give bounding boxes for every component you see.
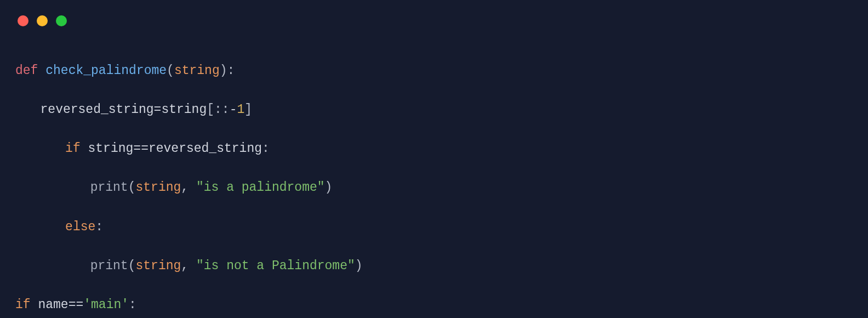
code-window: def check_palindrome(string): reversed_s…: [0, 0, 868, 318]
paren-open: (: [128, 180, 136, 195]
keyword-else: else: [65, 220, 95, 234]
comma: ,: [181, 259, 189, 273]
code-line: if string==reversed_string:: [15, 139, 853, 159]
paren-close: ): [220, 64, 227, 78]
operator-eq: ==: [68, 298, 84, 312]
keyword-def: def: [15, 64, 38, 78]
colon: :: [95, 220, 103, 234]
colon: :: [262, 141, 270, 156]
code-line: else:: [15, 218, 853, 237]
builtin-print: print: [90, 180, 128, 195]
colon: :: [129, 298, 136, 312]
argument: string: [135, 180, 181, 195]
colon: :: [227, 64, 235, 78]
paren-open: (: [167, 64, 174, 78]
window-controls: [0, 0, 868, 26]
operator-eq: ==: [133, 141, 149, 156]
operator-assign: =: [154, 103, 162, 117]
bracket-close: ]: [244, 103, 252, 117]
code-line: print(string, "is not a Palindrome"): [15, 257, 853, 276]
slice-colon: :: [214, 103, 222, 117]
paren-open: (: [128, 259, 136, 273]
bracket-open: [: [207, 103, 214, 117]
argument: string: [135, 259, 181, 273]
code-line: reversed_string=string[::-1]: [15, 100, 853, 120]
identifier: reversed_string: [149, 141, 262, 156]
code-line: def check_palindrome(string):: [15, 61, 853, 81]
comma: ,: [181, 180, 189, 195]
builtin-print: print: [90, 259, 128, 273]
close-icon[interactable]: [18, 15, 28, 26]
identifier: string: [161, 103, 207, 117]
code-line: if name=='main':: [15, 296, 853, 315]
operator-minus: -: [230, 103, 237, 117]
string-literal: 'main': [83, 298, 129, 312]
keyword-if: if: [15, 298, 31, 312]
identifier: name: [38, 298, 68, 312]
paren-close: ): [355, 259, 363, 273]
identifier: reversed_string: [41, 103, 154, 117]
minimize-icon[interactable]: [37, 15, 48, 26]
function-name: check_palindrome: [45, 64, 167, 78]
parameter: string: [174, 64, 220, 78]
code-line: print(string, "is a palindrome"): [15, 178, 853, 198]
string-literal: "is a palindrome": [196, 180, 325, 195]
maximize-icon[interactable]: [56, 15, 67, 26]
number-literal: 1: [237, 103, 244, 117]
keyword-if: if: [65, 141, 81, 156]
identifier: string: [88, 141, 134, 156]
code-editor[interactable]: def check_palindrome(string): reversed_s…: [0, 26, 868, 318]
string-literal: "is not a Palindrome": [196, 259, 355, 273]
paren-close: ): [325, 180, 333, 195]
slice-colon: :: [222, 103, 230, 117]
